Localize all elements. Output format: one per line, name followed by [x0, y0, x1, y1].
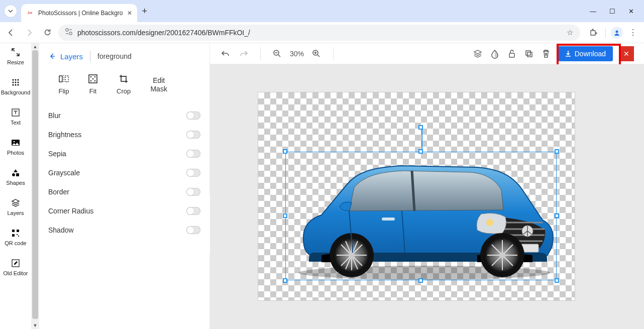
sidebar-item-label: Shapes [6, 180, 25, 186]
canvas-workspace[interactable] [210, 64, 644, 329]
svg-point-4 [15, 79, 17, 81]
svg-rect-19 [12, 234, 15, 237]
rotate-handle[interactable] [418, 125, 423, 130]
svg-rect-20 [17, 234, 18, 235]
svg-point-15 [12, 173, 15, 176]
svg-point-8 [18, 82, 19, 83]
adjust-shadow[interactable]: Shadow [48, 221, 200, 240]
new-tab-button[interactable]: + [142, 6, 148, 17]
text-icon [11, 107, 21, 118]
sidebar-item-resize[interactable]: Resize [7, 47, 24, 65]
tool-fit[interactable]: Fit [87, 73, 98, 95]
zoom-out-icon[interactable] [272, 48, 283, 59]
editor-close-icon[interactable]: ✕ [619, 46, 634, 61]
svg-rect-18 [17, 230, 19, 232]
favicon-icon: ✂ [26, 9, 34, 17]
window-minimize-icon[interactable]: — [590, 8, 596, 15]
svg-point-7 [15, 82, 17, 83]
toggle[interactable] [186, 131, 200, 139]
back-to-layers-link[interactable]: Layers [48, 52, 83, 61]
tab-list-dropdown[interactable] [4, 5, 17, 18]
toggle[interactable] [186, 112, 200, 120]
reload-icon[interactable] [40, 26, 54, 40]
svg-point-14 [14, 141, 15, 143]
toggle[interactable] [186, 207, 200, 215]
browser-tab[interactable]: ✂ PhotoScissors | Online Backgro ✕ [21, 4, 137, 22]
svg-point-6 [13, 82, 14, 83]
arrow-left-icon [48, 52, 56, 60]
svg-rect-1 [69, 32, 72, 35]
svg-rect-35 [527, 52, 532, 57]
sidebar-item-layers[interactable]: Layers [7, 198, 24, 216]
adjust-brightness[interactable]: Brightness [48, 125, 200, 144]
svg-rect-33 [509, 53, 514, 57]
redo-icon[interactable] [238, 48, 249, 59]
download-button[interactable]: Download [558, 46, 613, 61]
sidebar-item-shapes[interactable]: Shapes [6, 168, 25, 186]
extensions-icon[interactable] [586, 26, 600, 40]
toggle[interactable] [186, 169, 200, 177]
adjust-corner-radius[interactable]: Corner Radius [48, 201, 200, 221]
sidebar-item-text[interactable]: Text [11, 107, 21, 126]
sidebar-item-photos[interactable]: Photos [7, 138, 24, 156]
browser-menu-icon[interactable]: ⋮ [626, 26, 640, 40]
adjust-label: Brightness [48, 131, 81, 139]
sidebar-item-label: Layers [7, 210, 24, 216]
bookmark-star-icon[interactable]: ☆ [567, 28, 573, 37]
selection-box[interactable] [285, 152, 557, 280]
tool-flip[interactable]: Flip [58, 73, 69, 95]
toggle[interactable] [186, 150, 200, 158]
site-settings-icon[interactable] [65, 28, 72, 37]
nav-forward-icon [22, 26, 36, 40]
resize-handle-se[interactable] [555, 278, 559, 283]
sidebar-item-oldeditor[interactable]: Old Editor [4, 258, 28, 276]
resize-handle-e[interactable] [555, 213, 559, 218]
resize-icon [11, 47, 21, 57]
window-maximize-icon[interactable]: ☐ [609, 8, 615, 15]
resize-handle-nw[interactable] [283, 149, 287, 154]
sidebar-item-label: Photos [7, 150, 24, 156]
svg-rect-17 [12, 230, 15, 232]
toggle[interactable] [186, 188, 200, 196]
resize-handle-w[interactable] [283, 213, 287, 218]
tool-edit-mask[interactable]: Edit Mask [149, 76, 169, 93]
resize-handle-n[interactable] [418, 149, 423, 154]
download-label: Download [575, 50, 606, 58]
adjust-border[interactable]: Border [48, 182, 200, 201]
zoom-level: 30% [290, 50, 304, 58]
adjust-label: Corner Radius [48, 207, 93, 215]
adjust-label: Shadow [48, 226, 74, 234]
nav-back-icon[interactable] [4, 26, 18, 40]
address-bar[interactable]: photoscissors.com/designer/2001627406/BW… [58, 25, 580, 41]
resize-handle-ne[interactable] [555, 149, 559, 154]
layers-icon [11, 198, 21, 208]
adjust-sepia[interactable]: Sepia [48, 144, 200, 163]
svg-rect-34 [526, 51, 530, 55]
window-close-icon[interactable]: ✕ [628, 8, 634, 15]
adjust-label: Sepia [48, 150, 66, 158]
resize-handle-sw[interactable] [283, 278, 287, 283]
layers-toolbar-icon[interactable] [472, 48, 483, 59]
opacity-icon[interactable] [489, 48, 500, 59]
sidebar-item-label: Old Editor [4, 270, 28, 276]
zoom-in-icon[interactable] [311, 48, 322, 59]
sidebar-scrollbar[interactable]: ▲ ▼ [31, 43, 39, 329]
profile-avatar[interactable] [611, 27, 623, 39]
adjust-blur[interactable]: Blur [48, 106, 200, 125]
tab-close-icon[interactable]: ✕ [127, 10, 132, 17]
toggle[interactable] [186, 226, 200, 234]
trash-icon[interactable] [541, 48, 552, 59]
svg-rect-24 [65, 76, 68, 82]
tool-crop[interactable]: Crop [117, 73, 131, 95]
sidebar-item-background[interactable]: Background [1, 77, 31, 95]
adjust-grayscale[interactable]: Grayscale [48, 163, 200, 182]
sidebar-item-qrcode[interactable]: QR code [5, 228, 26, 246]
undo-icon[interactable] [220, 48, 231, 59]
sidebar-item-label: Resize [7, 59, 24, 65]
resize-handle-s[interactable] [418, 278, 423, 283]
crop-icon [118, 73, 129, 84]
tool-label: Edit Mask [149, 76, 169, 93]
lock-icon[interactable] [506, 48, 517, 59]
sidebar-item-label: QR code [5, 240, 26, 246]
duplicate-icon[interactable] [523, 48, 534, 59]
